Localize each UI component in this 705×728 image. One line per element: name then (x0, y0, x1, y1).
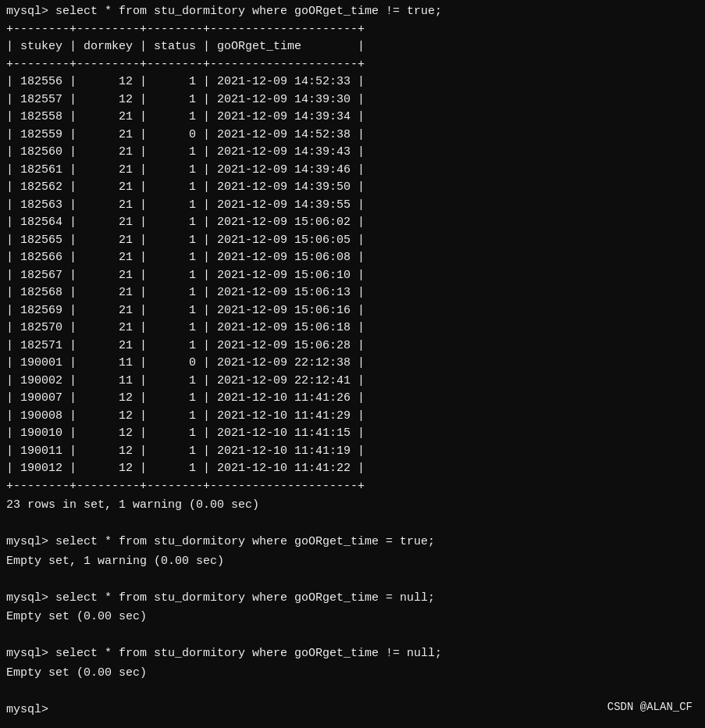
table-row: | 190001 | 11 | 0 | 2021-12-09 22:12:38 … (6, 355, 699, 373)
query-1-prompt: mysql> select * from stu_dormitory where… (6, 3, 699, 21)
table-border-mid: +--------+---------+--------+-----------… (6, 56, 699, 74)
query-1-command: select * from stu_dormitory where goORge… (55, 3, 442, 21)
table-border-top: +--------+---------+--------+-----------… (6, 21, 699, 39)
table-row: | 182559 | 21 | 0 | 2021-12-09 14:52:38 … (6, 127, 699, 145)
table-row: | 182561 | 21 | 1 | 2021-12-09 14:39:46 … (6, 162, 699, 180)
table-row: | 182565 | 21 | 1 | 2021-12-09 15:06:05 … (6, 232, 699, 250)
result-table: +--------+---------+--------+-----------… (6, 21, 699, 496)
query-2-prompt: mysql> select * from stu_dormitory where… (6, 534, 699, 551)
watermark: CSDN @ALAN_CF (607, 699, 693, 716)
final-prompt: mysql> (6, 701, 55, 719)
table-row: | 182560 | 21 | 1 | 2021-12-09 14:39:43 … (6, 144, 699, 162)
q3-result: Empty set (0.00 sec) (6, 608, 699, 626)
table-row: | 182558 | 21 | 1 | 2021-12-09 14:39:34 … (6, 109, 699, 127)
table-row: | 190011 | 12 | 1 | 2021-12-10 11:41:19 … (6, 443, 699, 461)
table-row: | 182570 | 21 | 1 | 2021-12-09 15:06:18 … (6, 319, 699, 337)
table-row: | 182564 | 21 | 1 | 2021-12-09 15:06:02 … (6, 214, 699, 232)
table-row: | 182569 | 21 | 1 | 2021-12-09 15:06:16 … (6, 302, 699, 320)
table-row: | 190007 | 12 | 1 | 2021-12-10 11:41:26 … (6, 390, 699, 408)
table-row: | 182556 | 12 | 1 | 2021-12-09 14:52:33 … (6, 73, 699, 91)
query-2-command: select * from stu_dormitory where goORge… (55, 534, 435, 551)
query-4-prompt: mysql> select * from stu_dormitory where… (6, 645, 699, 663)
query-3-prompt: mysql> select * from stu_dormitory where… (6, 590, 699, 608)
query-3-command: select * from stu_dormitory where goORge… (55, 590, 435, 608)
table-row: | 190010 | 12 | 1 | 2021-12-10 11:41:15 … (6, 425, 699, 443)
prompt-2: mysql> (6, 534, 55, 551)
final-prompt-line[interactable]: mysql> (6, 701, 699, 719)
table-row: | 182571 | 21 | 1 | 2021-12-09 15:06:28 … (6, 337, 699, 355)
table-row: | 182566 | 21 | 1 | 2021-12-09 15:06:08 … (6, 249, 699, 267)
prompt-4: mysql> (6, 645, 55, 663)
table-row: | 190012 | 12 | 1 | 2021-12-10 11:41:22 … (6, 460, 699, 478)
q4-result: Empty set (0.00 sec) (6, 665, 699, 683)
table-row: | 182557 | 12 | 1 | 2021-12-09 14:39:30 … (6, 91, 699, 109)
q2-result: Empty set, 1 warning (0.00 sec) (6, 553, 699, 571)
table-row: | 182563 | 21 | 1 | 2021-12-09 14:39:55 … (6, 197, 699, 215)
table-row: | 190002 | 11 | 1 | 2021-12-09 22:12:41 … (6, 373, 699, 391)
query-4-command: select * from stu_dormitory where goORge… (55, 645, 442, 663)
prompt-3: mysql> (6, 590, 55, 608)
table-row: | 190008 | 12 | 1 | 2021-12-10 11:41:29 … (6, 408, 699, 426)
table-row: | 182567 | 21 | 1 | 2021-12-09 15:06:10 … (6, 267, 699, 285)
table-row: | 182568 | 21 | 1 | 2021-12-09 15:06:13 … (6, 284, 699, 302)
prompt-1: mysql> (6, 3, 55, 21)
table-border-bot: +--------+---------+--------+-----------… (6, 478, 699, 496)
terminal: mysql> select * from stu_dormitory where… (6, 3, 699, 719)
table-row: | 182562 | 21 | 1 | 2021-12-09 14:39:50 … (6, 179, 699, 197)
q1-result: 23 rows in set, 1 warning (0.00 sec) (6, 497, 699, 515)
table-header: | stukey | dormkey | status | goORget_ti… (6, 38, 699, 56)
